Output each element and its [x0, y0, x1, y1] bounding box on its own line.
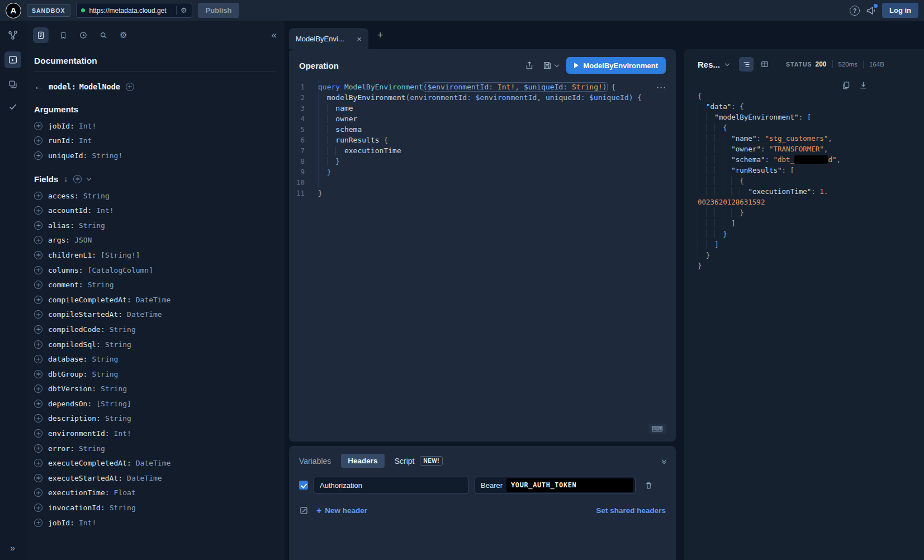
add-field-icon[interactable] — [34, 296, 42, 304]
add-field-icon[interactable] — [34, 444, 42, 453]
history-clock-icon[interactable] — [78, 30, 89, 41]
field-type[interactable]: DateTime — [127, 310, 162, 319]
settings-gear-icon[interactable]: ⚙ — [118, 30, 129, 41]
field-type[interactable]: String — [110, 504, 136, 512]
stamp-icon[interactable] — [299, 506, 309, 515]
field-type[interactable]: [CatalogColumn] — [88, 266, 153, 274]
new-tab-button[interactable]: + — [377, 30, 383, 41]
field-type[interactable]: String! — [92, 151, 122, 160]
tab-variables[interactable]: Variables — [299, 457, 331, 466]
add-field-icon[interactable] — [34, 459, 42, 467]
collapse-docs-button[interactable]: « — [272, 30, 277, 41]
endpoint-url-box[interactable]: https://metadata.cloud.get ⚙ — [76, 3, 192, 18]
auth-token-field[interactable]: YOUR_AUTH_TOKEN — [506, 478, 633, 492]
checks-icon[interactable] — [7, 101, 19, 113]
add-field-icon[interactable] — [34, 488, 42, 497]
add-field-icon[interactable] — [34, 504, 42, 512]
add-fields-icon[interactable] — [73, 175, 82, 183]
field-type[interactable]: String — [88, 281, 114, 289]
add-field-icon[interactable] — [34, 151, 42, 160]
add-field-icon[interactable] — [34, 474, 42, 482]
copy-response-icon[interactable] — [841, 80, 851, 90]
field-type[interactable]: DateTime — [127, 474, 162, 482]
expand-rail-button[interactable]: » — [10, 543, 15, 560]
field-type[interactable]: String — [101, 385, 127, 393]
operation-tab[interactable]: ModelByEnvi... × — [289, 28, 368, 49]
add-field-icon[interactable] — [34, 221, 42, 230]
share-icon[interactable] — [524, 60, 534, 70]
add-field-icon[interactable] — [34, 236, 42, 244]
field-type[interactable]: String — [92, 370, 118, 378]
operation-more-menu-icon[interactable]: ⋯ — [656, 85, 666, 91]
field-type[interactable]: Int! — [79, 519, 96, 527]
sort-fields-icon[interactable]: ↓ — [64, 174, 68, 183]
tab-script[interactable]: Script — [395, 457, 415, 466]
add-field-icon[interactable] — [34, 414, 42, 423]
field-type[interactable]: String — [105, 340, 131, 349]
add-field-icon[interactable] — [34, 355, 42, 363]
add-field-icon[interactable] — [34, 136, 42, 145]
field-type[interactable]: JSON — [74, 236, 92, 244]
back-arrow-icon[interactable]: ← — [34, 82, 43, 92]
add-field-icon[interactable] — [34, 281, 42, 289]
operation-collections-icon[interactable] — [7, 78, 19, 91]
explorer-icon[interactable] — [4, 51, 21, 68]
field-type[interactable]: String — [105, 414, 131, 423]
download-response-icon[interactable] — [859, 80, 868, 90]
tab-headers[interactable]: Headers — [341, 454, 384, 468]
save-operation-button[interactable] — [542, 60, 558, 70]
field-type[interactable]: Float — [114, 488, 136, 497]
add-field-icon[interactable] — [34, 429, 42, 438]
header-key-input[interactable] — [314, 477, 469, 493]
field-type[interactable]: String — [79, 221, 105, 230]
collapse-panel-button[interactable] — [662, 458, 666, 463]
graphql-editor[interactable]: 1query ModelByEnvironment($environmentId… — [289, 79, 676, 198]
delete-header-icon[interactable] — [644, 481, 653, 490]
search-icon[interactable] — [98, 30, 109, 41]
add-field-icon[interactable] — [34, 310, 42, 319]
header-value-input[interactable]: Bearer YOUR_AUTH_TOKEN — [475, 477, 636, 493]
field-type[interactable]: String — [110, 325, 136, 334]
add-field-icon[interactable] — [34, 519, 42, 527]
endpoint-settings-gear-icon[interactable]: ⚙ — [176, 6, 187, 15]
new-header-button[interactable]: + New header — [316, 506, 367, 515]
header-enabled-checkbox[interactable] — [299, 481, 308, 490]
close-tab-icon[interactable]: × — [357, 34, 362, 44]
breadcrumb-type-link[interactable]: ModelNode — [79, 82, 120, 91]
documentation-tab-icon[interactable] — [33, 27, 49, 43]
field-type[interactable]: String — [92, 355, 118, 363]
add-field-icon[interactable] — [34, 340, 42, 349]
schema-graph-icon[interactable] — [7, 29, 19, 41]
login-button[interactable]: Log in — [882, 3, 918, 18]
add-field-icon[interactable] — [34, 385, 42, 393]
add-field-icon[interactable] — [34, 192, 42, 200]
response-dropdown-icon[interactable] — [725, 61, 729, 65]
field-type[interactable]: DateTime — [136, 296, 171, 304]
save-dropdown-icon[interactable] — [555, 62, 559, 67]
add-field-icon[interactable] — [34, 122, 42, 130]
keyboard-shortcuts-icon[interactable]: ⌨ — [649, 424, 666, 434]
field-type[interactable]: Int! — [114, 429, 131, 438]
endpoint-url[interactable]: https://metadata.cloud.get — [89, 7, 172, 15]
field-type[interactable]: [String] — [96, 400, 131, 408]
help-icon[interactable]: ? — [850, 6, 860, 16]
field-type[interactable]: [String!] — [101, 251, 140, 259]
add-field-icon[interactable] — [34, 251, 42, 259]
add-field-icon[interactable] — [34, 400, 42, 408]
publish-button[interactable]: Publish — [198, 3, 240, 18]
add-all-fields-icon[interactable] — [126, 83, 134, 91]
field-type[interactable]: Int! — [96, 206, 113, 215]
field-type[interactable]: String — [83, 192, 110, 200]
add-field-icon[interactable] — [34, 266, 42, 274]
table-view-icon[interactable] — [759, 59, 770, 70]
response-title[interactable]: Res... — [698, 60, 720, 69]
announcements-icon[interactable] — [865, 5, 876, 16]
field-type[interactable]: Int! — [79, 122, 96, 130]
add-fields-dropdown-icon[interactable] — [87, 176, 91, 181]
saved-operations-bookmark-icon[interactable] — [58, 30, 69, 41]
add-field-icon[interactable] — [34, 370, 42, 378]
run-operation-button[interactable]: ModelByEnvironment — [566, 57, 666, 74]
add-field-icon[interactable] — [34, 325, 42, 334]
field-type[interactable]: String — [79, 444, 105, 453]
add-field-icon[interactable] — [34, 206, 42, 215]
